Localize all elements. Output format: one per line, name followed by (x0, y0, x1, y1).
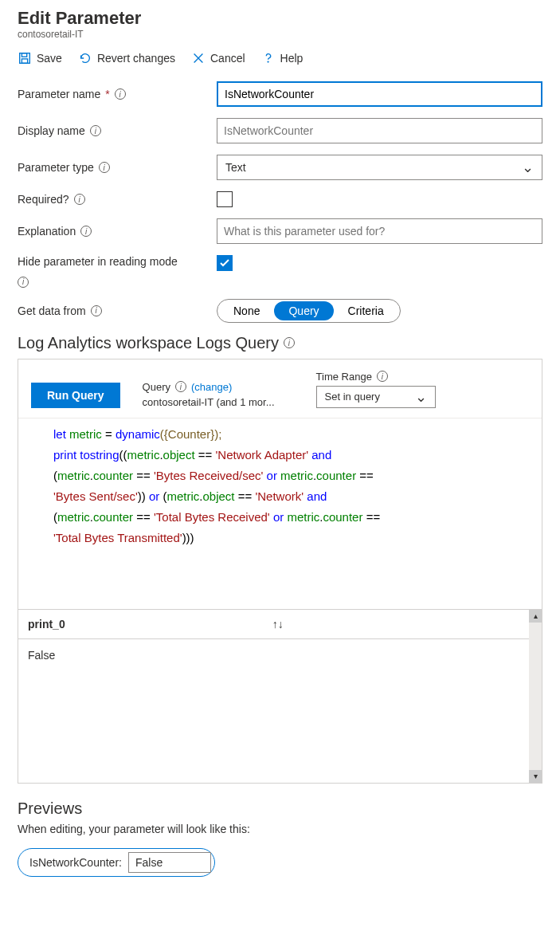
required-asterisk: * (105, 88, 109, 100)
svg-rect-2 (22, 59, 27, 63)
change-link[interactable]: (change) (191, 381, 232, 393)
query-section-title: Log Analytics workspace Logs Query i (18, 334, 542, 352)
svg-point-3 (268, 61, 268, 62)
sort-icon[interactable]: ↑↓ (272, 618, 284, 631)
required-label: Required? i (18, 193, 217, 206)
query-box: Run Query Query i (change) contosoretail… (18, 359, 542, 784)
result-column: print_0 (28, 618, 65, 631)
chevron-down-icon: ⌄ (415, 388, 427, 406)
explanation-label: Explanation i (18, 225, 217, 238)
display-name-input[interactable] (217, 118, 542, 143)
time-range-value: Set in query (325, 391, 380, 403)
svg-rect-1 (22, 53, 26, 57)
scroll-up-icon[interactable]: ▴ (529, 610, 542, 623)
resource-text: contosoretail-IT (and 1 mor... (143, 396, 294, 408)
previews-desc: When editing, your parameter will look l… (18, 823, 542, 835)
segment-criteria[interactable]: Criteria (334, 301, 398, 320)
info-icon[interactable]: i (18, 277, 29, 288)
chevron-down-icon: ⌄ (522, 159, 534, 176)
page-title: Edit Parameter (18, 8, 542, 29)
save-icon (18, 51, 32, 65)
preview-pill[interactable]: IsNetworkCounter: False (18, 848, 215, 877)
param-name-label: Parameter name * i (18, 88, 217, 100)
display-name-label: Display name i (18, 124, 217, 137)
help-button[interactable]: Help (261, 51, 303, 65)
result-body: False (18, 639, 542, 783)
cancel-icon (191, 51, 206, 65)
info-icon[interactable]: i (115, 88, 126, 100)
check-icon (219, 257, 230, 269)
help-label: Help (280, 52, 303, 65)
hide-label: Hide parameter in reading mode (18, 255, 217, 268)
save-button[interactable]: Save (18, 51, 62, 65)
param-type-value: Text (225, 161, 246, 174)
toolbar: Save Revert changes Cancel Help (18, 51, 542, 65)
previews-title: Previews (18, 799, 542, 818)
get-data-label: Get data from i (18, 304, 217, 317)
query-editor[interactable]: let metric = dynamic({Counter});print to… (18, 418, 542, 610)
info-icon[interactable]: i (99, 162, 110, 173)
segment-none[interactable]: None (219, 301, 274, 320)
query-hdr: Query (143, 381, 170, 393)
help-icon (261, 51, 276, 65)
info-icon[interactable]: i (90, 125, 101, 136)
explanation-input[interactable] (217, 218, 542, 244)
preview-value[interactable]: False (128, 852, 211, 873)
param-type-label: Parameter type i (18, 161, 217, 174)
cancel-button[interactable]: Cancel (191, 51, 245, 65)
preview-name: IsNetworkCounter: (29, 856, 122, 869)
info-icon[interactable]: i (284, 337, 295, 348)
result-header[interactable]: print_0 ↑↓ (18, 610, 542, 639)
time-range-select[interactable]: Set in query ⌄ (316, 386, 436, 408)
info-icon[interactable]: i (175, 381, 186, 392)
data-source-segmented: None Query Criteria (217, 299, 401, 323)
param-name-input[interactable] (217, 81, 542, 107)
time-range-hdr: Time Range (316, 371, 372, 383)
info-icon[interactable]: i (74, 194, 85, 205)
revert-icon (78, 51, 92, 65)
scroll-down-icon[interactable]: ▾ (529, 770, 542, 783)
page-subtitle: contosoretail-IT (18, 29, 542, 40)
svg-rect-0 (20, 53, 30, 64)
info-icon[interactable]: i (91, 305, 102, 316)
info-icon[interactable]: i (80, 226, 92, 237)
scrollbar[interactable] (529, 610, 542, 783)
required-checkbox[interactable] (217, 191, 233, 207)
info-icon[interactable]: i (377, 371, 388, 382)
cancel-label: Cancel (210, 52, 245, 65)
param-type-select[interactable]: Text ⌄ (217, 155, 542, 180)
save-label: Save (37, 52, 62, 65)
result-value: False (28, 649, 55, 662)
run-query-button[interactable]: Run Query (31, 383, 120, 408)
revert-button[interactable]: Revert changes (78, 51, 175, 65)
hide-checkbox[interactable] (217, 255, 233, 271)
segment-query[interactable]: Query (274, 301, 333, 320)
revert-label: Revert changes (97, 52, 175, 65)
